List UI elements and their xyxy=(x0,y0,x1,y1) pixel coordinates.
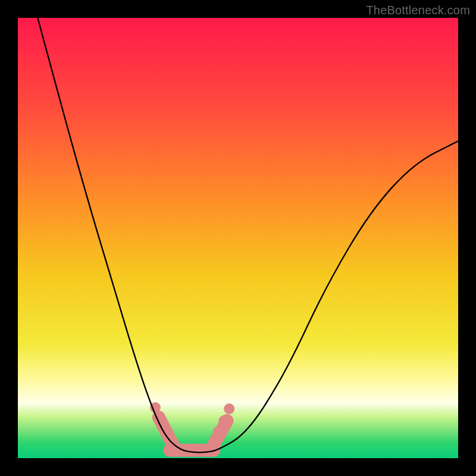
watermark-text: TheBottleneck.com xyxy=(366,4,470,17)
chart-frame: TheBottleneck.com xyxy=(0,0,476,476)
highlight-dot-4 xyxy=(224,403,234,414)
chart-svg xyxy=(18,18,458,458)
chart-background xyxy=(18,18,458,458)
highlight-dot-3 xyxy=(218,415,229,426)
highlight-dot-2 xyxy=(213,427,224,437)
chart-plot-area xyxy=(18,18,458,458)
